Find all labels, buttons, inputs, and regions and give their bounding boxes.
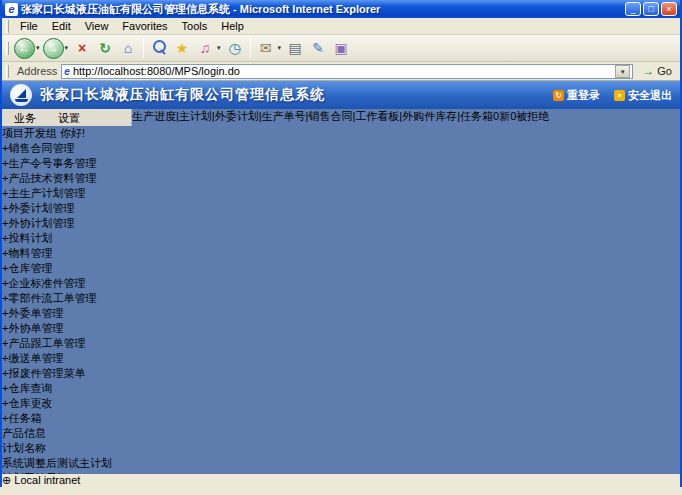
- media-icon[interactable]: ♫: [194, 37, 216, 59]
- tab-settings[interactable]: 设置: [48, 110, 90, 126]
- favorites-icon[interactable]: ★: [171, 37, 193, 59]
- sidebar-item-label: 物料管理: [8, 247, 52, 259]
- address-bar: Address e http://localhost:8080/MPS/logi…: [2, 62, 680, 81]
- sidebar-item-label: 生产令号事务管理: [8, 157, 96, 169]
- back-icon[interactable]: ←: [14, 38, 35, 59]
- info-label: 计划名称: [2, 441, 680, 456]
- toolbar-separator: [250, 38, 251, 58]
- sidebar-item-label: 产品技术资料管理: [8, 172, 96, 184]
- sidebar-item-label: 外委单管理: [8, 307, 63, 319]
- nav-item-0[interactable]: 生产进度: [132, 110, 176, 122]
- product-info-header: 产品信息: [2, 426, 680, 441]
- history-icon[interactable]: ◷: [224, 37, 246, 59]
- sidebar-item-3[interactable]: +主生产计划管理: [2, 186, 680, 201]
- sidebar-item-label: 任务箱: [8, 412, 41, 424]
- sidebar-item-2[interactable]: +产品技术资料管理: [2, 171, 680, 186]
- logout-icon: »: [614, 90, 625, 101]
- sidebar-item-12[interactable]: +外协单管理: [2, 321, 680, 336]
- refresh-icon[interactable]: ↻: [94, 37, 116, 59]
- address-url: http://localhost:8080/MPS/login.do: [73, 65, 612, 77]
- menu-item-file[interactable]: File: [13, 19, 45, 33]
- search-icon[interactable]: [148, 37, 170, 59]
- sidebar-item-label: 零部件流工单管理: [8, 292, 96, 304]
- sidebar-item-0[interactable]: +销售合同管理: [2, 141, 680, 156]
- menu-grip[interactable]: [6, 20, 9, 33]
- sidebar-item-label: 外协计划管理: [8, 217, 74, 229]
- sidebar-item-9[interactable]: +企业标准件管理: [2, 276, 680, 291]
- nav-item-2[interactable]: 外委计划: [215, 110, 259, 122]
- logout-button[interactable]: » 安全退出: [614, 88, 672, 103]
- tree-list: +销售合同管理+生产令号事务管理+产品技术资料管理+主生产计划管理+外委计划管理…: [2, 141, 680, 426]
- print-icon[interactable]: ▤: [284, 37, 306, 59]
- forward-icon-dropdown[interactable]: ▾: [65, 44, 69, 52]
- company-logo-icon: [10, 84, 32, 106]
- window-title: 张家口长城液压油缸有限公司管理信息系统 - Microsoft Internet…: [21, 2, 622, 17]
- sidebar-item-label: 外协单管理: [8, 322, 63, 334]
- menu-item-help[interactable]: Help: [214, 19, 251, 33]
- sidebar-item-18[interactable]: +任务箱: [2, 411, 680, 426]
- new-tasks-badge: 0新: [493, 110, 510, 122]
- menu-item-tools[interactable]: Tools: [175, 19, 215, 33]
- mail-icon-dropdown[interactable]: ▾: [278, 44, 282, 52]
- sidebar-item-label: 仓库管理: [8, 262, 52, 274]
- media-icon-dropdown[interactable]: ▾: [217, 44, 221, 52]
- close-button[interactable]: ×: [661, 2, 677, 16]
- sidebar-item-6[interactable]: +投料计划: [2, 231, 680, 246]
- sidebar-item-14[interactable]: +缴送单管理: [2, 351, 680, 366]
- logout-label: 安全退出: [628, 88, 672, 103]
- sidebar-item-5[interactable]: +外协计划管理: [2, 216, 680, 231]
- sidebar-item-label: 仓库更改: [8, 397, 52, 409]
- back-icon-dropdown[interactable]: ▾: [36, 44, 40, 52]
- edit-icon[interactable]: ✎: [307, 37, 329, 59]
- main-content: 产品信息 计划名称系统调整后测试主计划计划开始日期2008-12-23计划结束日…: [2, 426, 680, 474]
- home-icon[interactable]: ⌂: [117, 37, 139, 59]
- stop-icon[interactable]: ×: [71, 37, 93, 59]
- browser-window: e 张家口长城液压油缸有限公司管理信息系统 - Microsoft Intern…: [0, 0, 682, 487]
- sidebar-item-13[interactable]: +产品跟工单管理: [2, 336, 680, 351]
- toolbar-grip[interactable]: [6, 42, 9, 55]
- sidebar-item-16[interactable]: +仓库查询: [2, 381, 680, 396]
- address-dropdown-icon[interactable]: ▼: [615, 65, 630, 78]
- sidebar-item-7[interactable]: +物料管理: [2, 246, 680, 261]
- forward-icon[interactable]: →: [43, 38, 64, 59]
- status-bar: ⊕ Local intranet: [2, 474, 680, 487]
- nav-item-4[interactable]: 销售合同: [308, 110, 352, 122]
- sidebar-item-label: 企业标准件管理: [8, 277, 85, 289]
- sidebar-item-label: 缴送单管理: [8, 352, 63, 364]
- sidebar-item-10[interactable]: +零部件流工单管理: [2, 291, 680, 306]
- menu-item-view[interactable]: View: [78, 19, 116, 33]
- globe-icon: ⊕: [2, 474, 11, 486]
- minimize-button[interactable]: _: [625, 2, 641, 16]
- sidebar-item-11[interactable]: +外委单管理: [2, 306, 680, 321]
- logo-hull: [15, 99, 28, 102]
- nav-item-5[interactable]: 工作看板: [355, 110, 399, 122]
- sidebar-item-label: 销售合同管理: [8, 142, 74, 154]
- menu-item-edit[interactable]: Edit: [45, 19, 78, 33]
- relogin-button[interactable]: ↻ 重登录: [553, 88, 600, 103]
- info-value: 系统调整后测试主计划: [2, 456, 680, 471]
- menu-item-favorites[interactable]: Favorites: [115, 19, 174, 33]
- title-bar[interactable]: e 张家口长城液压油缸有限公司管理信息系统 - Microsoft Intern…: [2, 0, 680, 18]
- nav-item-7[interactable]: 任务箱: [460, 110, 493, 122]
- sidebar-item-1[interactable]: +生产令号事务管理: [2, 156, 680, 171]
- nav-item-3[interactable]: 生产单号: [262, 110, 306, 122]
- tab-business[interactable]: 业务: [4, 110, 46, 126]
- sidebar-item-label: 仓库查询: [8, 382, 52, 394]
- app-title: 张家口长城液压油缸有限公司管理信息系统: [40, 86, 539, 104]
- go-button[interactable]: → Go: [637, 64, 677, 78]
- address-label: Address: [17, 65, 57, 77]
- address-grip[interactable]: [6, 65, 9, 78]
- sidebar-item-15[interactable]: +报废件管理菜单: [2, 366, 680, 381]
- nav-item-1[interactable]: 主计划: [179, 110, 212, 122]
- mail-icon[interactable]: ✉: [255, 37, 277, 59]
- sidebar-item-4[interactable]: +外委计划管理: [2, 201, 680, 216]
- sidebar-item-17[interactable]: +仓库更改: [2, 396, 680, 411]
- top-nav: 生产进度|主计划|外委计划|生产单号|销售合同|工作看板|外购件库存|任务箱0新…: [132, 109, 549, 126]
- browser-toolbar: ←▾→▾×↻⌂★♫▾◷✉▾▤✎▣: [2, 35, 680, 62]
- discuss-icon[interactable]: ▣: [330, 37, 352, 59]
- sidebar-item-8[interactable]: +仓库管理: [2, 261, 680, 276]
- nav-item-6[interactable]: 外购件库存: [402, 110, 457, 122]
- address-input[interactable]: e http://localhost:8080/MPS/login.do ▼: [61, 64, 633, 79]
- maximize-button[interactable]: □: [643, 2, 659, 16]
- rejected-tasks-badge: 0被拒绝: [510, 110, 549, 122]
